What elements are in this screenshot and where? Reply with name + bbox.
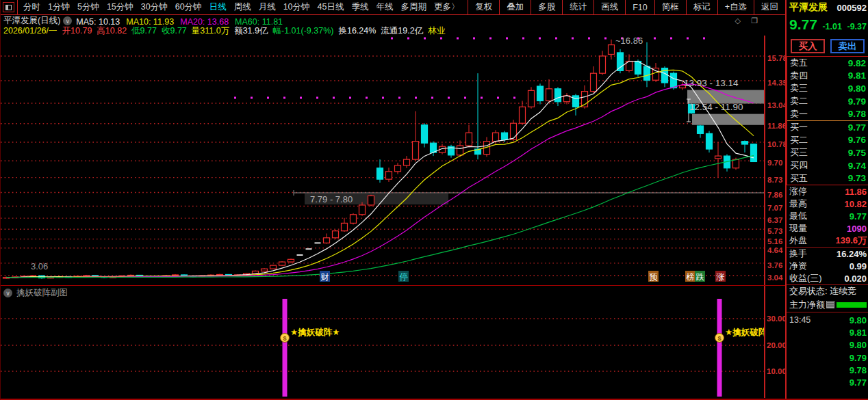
event-marker-停[interactable]: 停	[400, 272, 408, 282]
kline-chart[interactable]: 15.7814.3513.0411.8610.789.708.737.867.0…	[1, 15, 785, 285]
period-tab-日线[interactable]: 日线	[209, 1, 227, 13]
quote-level-row[interactable]: 卖五9.82	[787, 57, 868, 70]
quote-info-segment: 高10.82	[97, 25, 127, 37]
level-price: 9.81	[848, 70, 866, 81]
quote-level-row[interactable]: 卖二9.79	[787, 95, 868, 108]
period-tab-45日线[interactable]: 45日线	[318, 1, 344, 13]
quote-level-row[interactable]: 买一9.77	[787, 121, 868, 134]
tool-button-复权[interactable]: 复权	[468, 0, 499, 14]
indicator-chart[interactable]: 30.0020.0010.00★擒妖破阵★$★擒妖破阵★$	[1, 286, 785, 398]
candle-body	[493, 133, 499, 142]
tool-button-画线[interactable]: 画线	[593, 0, 625, 14]
signal-label-group: ★擒妖破阵★$	[281, 327, 340, 343]
gap-box-label: 13.93 - 13.14	[684, 78, 739, 88]
period-tab-1分钟[interactable]: 1分钟	[48, 1, 70, 13]
limit-dash-candle	[315, 242, 321, 243]
stat-row: 收益(三)0.020	[787, 272, 868, 284]
tool-button-+自选[interactable]: +自选	[717, 0, 754, 14]
tick-price: 9.80	[850, 340, 867, 350]
quote-info-segment: 开10.79	[62, 25, 92, 37]
tick-list: 13:459.809.819.809.799.789.77	[787, 312, 868, 400]
collapse-icon[interactable]: ∨	[3, 289, 12, 297]
y-axis-label: 10.78	[767, 140, 785, 148]
quote-level-row[interactable]: 卖三9.80	[787, 82, 868, 95]
candle-body	[279, 262, 285, 265]
quote-level-row[interactable]: 卖一9.78	[787, 107, 868, 120]
event-marker-跌[interactable]: 跌	[696, 272, 704, 282]
period-tab-15分钟[interactable]: 15分钟	[107, 1, 133, 13]
event-marker-财[interactable]: 财	[321, 272, 329, 282]
stat-label: 收益(三)	[789, 272, 822, 284]
period-tab-分时[interactable]: 分时	[23, 1, 40, 13]
candle-body	[350, 215, 357, 224]
level-price: 9.73	[848, 173, 866, 183]
candle-body	[733, 159, 739, 168]
candle-body	[404, 159, 410, 165]
period-tab-60分钟[interactable]: 60分钟	[175, 1, 202, 13]
tool-button-标记[interactable]: 标记	[686, 0, 717, 14]
quote-level-row[interactable]: 卖四9.81	[787, 70, 868, 83]
stock-name-row: 平潭发展 000592	[787, 0, 868, 15]
candle-body	[546, 89, 552, 101]
candle-body	[617, 53, 624, 70]
event-marker-涨[interactable]: 涨	[716, 272, 725, 282]
quote-level-row[interactable]: 买五9.73	[787, 172, 868, 185]
last-price: 9.77	[789, 16, 817, 33]
quote-level-row[interactable]: 买三9.75	[787, 146, 868, 159]
level-price: 9.76	[848, 135, 866, 145]
candle-body	[359, 205, 366, 215]
candle-body	[591, 73, 597, 91]
y-axis-label: 9.70	[767, 159, 782, 167]
period-tab-30分钟[interactable]: 30分钟	[141, 1, 168, 13]
event-marker-预[interactable]: 预	[650, 272, 658, 282]
level-label: 卖五	[790, 57, 808, 69]
quote-info-segment: 额31.9亿	[234, 25, 268, 37]
tick-row: 9.81	[787, 326, 868, 338]
stat-row: 换手16.24%	[787, 248, 868, 260]
candle-body	[742, 142, 748, 144]
stat-label: 净资	[789, 260, 807, 272]
chart-layout-icon[interactable]	[3, 2, 14, 12]
candle-body	[422, 125, 428, 143]
quote-level-row[interactable]: 买二9.76	[787, 134, 868, 147]
candle-body	[333, 231, 339, 238]
buy-button[interactable]: 买入	[791, 39, 825, 53]
period-tab-5分钟[interactable]: 5分钟	[77, 1, 99, 13]
stat-label: 外盘	[789, 235, 807, 247]
tool-button-F10[interactable]: F10	[625, 0, 654, 14]
period-tab-年线[interactable]: 年线	[376, 1, 393, 13]
main-force-bar	[837, 302, 867, 308]
period-tab-周线[interactable]: 周线	[234, 1, 251, 13]
tool-button-统计[interactable]: 统计	[562, 0, 593, 14]
stat-row: 最低9.77	[787, 210, 868, 222]
stat-row: 现量1090	[787, 222, 868, 235]
tool-button-多股[interactable]: 多股	[531, 0, 562, 14]
chart-corner-icons[interactable]: ◇ ❐	[735, 16, 762, 25]
period-tab-10分钟[interactable]: 10分钟	[283, 1, 310, 13]
event-marker-榜[interactable]: 榜	[686, 272, 695, 282]
y-axis-label: 3.04	[767, 274, 783, 282]
quote-info-segment: 收9.77	[162, 25, 187, 37]
candle-body	[528, 90, 535, 107]
detail-icon[interactable]	[826, 301, 834, 308]
sub-y-axis-label: 20.00	[767, 341, 785, 349]
stat-label: 最低	[789, 210, 807, 222]
sell-button[interactable]: 卖出	[830, 39, 865, 53]
main-force-row: 主力净额	[787, 297, 868, 312]
level-price: 9.79	[848, 96, 866, 107]
tool-button-返回[interactable]: 返回	[754, 0, 785, 14]
quote-info-segment: 低9.77	[131, 25, 157, 37]
period-tab-月线[interactable]: 月线	[259, 1, 276, 13]
main-force-label: 主力净额	[789, 299, 825, 311]
stat-value: 139.6万	[835, 235, 867, 247]
quote-level-row[interactable]: 买四9.74	[787, 159, 868, 172]
signal-bar	[283, 299, 288, 397]
period-tab-季线[interactable]: 季线	[351, 1, 368, 13]
period-tab-更多〉[interactable]: 更多〉	[434, 1, 460, 13]
period-tab-多周期[interactable]: 多周期	[400, 1, 426, 13]
quote-info-segment: 换16.24%	[338, 25, 376, 37]
tool-button-简框[interactable]: 简框	[654, 0, 686, 14]
collapse-icon[interactable]: ∨	[63, 16, 72, 25]
candle-body	[537, 86, 544, 101]
tool-button-叠加[interactable]: 叠加	[499, 0, 531, 14]
